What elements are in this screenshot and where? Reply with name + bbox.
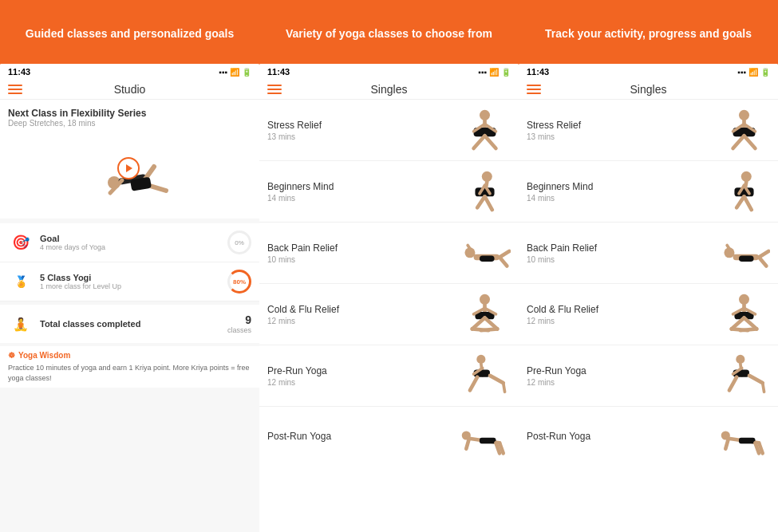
class-item[interactable]: Beginners Mind 14 mins: [259, 161, 519, 223]
class-item[interactable]: Pre-Run Yoga 12 mins: [259, 345, 519, 407]
column-1: Guided classes and personalized goals 11…: [0, 0, 259, 532]
class-duration: 14 mins: [527, 194, 718, 203]
class-item[interactable]: Back Pain Relief 10 mins: [519, 223, 778, 284]
pose-svg: [459, 169, 511, 214]
col2-header: Variety of yoga classes to choose from: [273, 0, 505, 64]
class-item[interactable]: Pre-Run Yoga 12 mins: [519, 345, 778, 407]
total-label: Total classes completed: [40, 319, 227, 329]
battery-icon-3: 🔋: [760, 68, 770, 77]
svg-line-80: [749, 376, 763, 383]
class-info: Cold & Flu Relief 12 mins: [267, 304, 459, 325]
studio-content: Next Class in Flexibility Series Deep St…: [0, 100, 259, 532]
goal-progress: 0%: [227, 231, 251, 254]
pose-svg: [459, 415, 511, 459]
pose-svg: [718, 415, 770, 459]
class-image: [459, 106, 511, 154]
class-name: Pre-Run Yoga: [527, 365, 718, 376]
phone-frame-3: 11:43 ▪▪▪ 📶 🔋 Singles Stress Relief 13 m…: [519, 64, 778, 532]
svg-line-9: [474, 136, 485, 148]
class-item[interactable]: Cold & Flu Relief 12 mins: [519, 284, 778, 345]
signal-icon: ▪▪▪: [219, 68, 227, 77]
class-name: Cold & Flu Relief: [267, 304, 459, 315]
svg-line-74: [740, 329, 756, 331]
class-name: Stress Relief: [527, 120, 718, 131]
nav-bar-1: Studio: [0, 80, 259, 100]
total-text: Total classes completed: [40, 319, 227, 329]
menu-icon-3[interactable]: [527, 85, 541, 94]
signal-icon-2: ▪▪▪: [478, 68, 487, 77]
yogi-label: 5 Class Yogi: [40, 273, 227, 282]
phone-frame-2: 11:43 ▪▪▪ 📶 🔋 Singles Stress Relief 13 m…: [259, 64, 519, 532]
class-name: Cold & Flu Relief: [527, 304, 718, 315]
pose-svg: [718, 292, 770, 337]
class-image: [718, 106, 770, 154]
wisdom-title: Yoga Wisdom: [18, 351, 70, 360]
class-info: Post-Run Yoga: [267, 431, 459, 443]
class-name: Pre-Run Yoga: [267, 365, 459, 376]
class-item[interactable]: Stress Relief 13 mins: [519, 100, 778, 161]
column-3: Track your activity, progress and goals …: [519, 0, 778, 532]
pose-svg: [459, 292, 511, 337]
status-icons-3: ▪▪▪ 📶 🔋: [737, 68, 770, 77]
pose-svg: [459, 108, 511, 152]
battery-icon-2: 🔋: [501, 68, 511, 77]
class-image: [459, 167, 511, 215]
menu-icon-2[interactable]: [267, 85, 282, 94]
svg-line-81: [729, 377, 737, 391]
class-info: Stress Relief 13 mins: [267, 120, 459, 141]
class-item[interactable]: Cold & Flu Relief 12 mins: [259, 284, 519, 345]
class-info: Stress Relief 13 mins: [527, 120, 718, 141]
status-icons-2: ▪▪▪ 📶 🔋: [478, 68, 511, 77]
class-item[interactable]: Stress Relief 13 mins: [259, 100, 519, 161]
pose-svg: [459, 353, 511, 398]
svg-line-82: [763, 383, 764, 392]
col3-header: Track your activity, progress and goals: [532, 0, 764, 64]
total-icon: 🧘: [8, 311, 34, 337]
stats-section: 🎯 Goal 4 more days of Yoga 0% 🏅 5 Class …: [0, 223, 259, 301]
svg-line-52: [744, 136, 756, 148]
wisdom-icon: ☸: [8, 351, 15, 360]
yogi-sub: 1 more class for Level Up: [40, 282, 227, 290]
class-name: Post-Run Yoga: [527, 431, 718, 442]
svg-rect-22: [480, 256, 495, 262]
classes-list-2: Stress Relief 13 mins: [259, 100, 519, 532]
svg-line-89: [725, 439, 729, 449]
class-info: Post-Run Yoga: [527, 431, 718, 443]
class-name: Stress Relief: [267, 120, 459, 131]
yoga-wisdom-section: ☸ Yoga Wisdom Practice 10 minutes of yog…: [0, 346, 259, 388]
svg-rect-44: [480, 438, 496, 443]
battery-icon: 🔋: [242, 68, 251, 77]
class-duration: 10 mins: [267, 255, 459, 264]
goal-sub: 4 more days of Yoga: [40, 243, 227, 251]
class-name: Beginners Mind: [527, 181, 718, 192]
next-class-title: Next Class in Flexibility Series: [8, 108, 251, 119]
wifi-icon-2: 📶: [489, 68, 499, 77]
nav-title-1: Studio: [22, 83, 237, 96]
class-duration: 14 mins: [267, 194, 459, 203]
class-duration: 12 mins: [267, 317, 459, 325]
class-info: Pre-Run Yoga 12 mins: [267, 365, 459, 387]
classes-list-3: Stress Relief 13 mins: [519, 100, 778, 532]
wisdom-header: ☸ Yoga Wisdom: [8, 351, 251, 360]
time-display-1: 11:43: [8, 67, 30, 77]
yoga-pose-area[interactable]: [8, 131, 251, 219]
svg-line-32: [481, 329, 497, 331]
class-duration: 12 mins: [527, 378, 718, 387]
wifi-icon: 📶: [230, 68, 239, 77]
class-item[interactable]: Beginners Mind 14 mins: [519, 161, 778, 223]
class-duration: 13 mins: [527, 132, 718, 141]
svg-line-17: [485, 196, 492, 210]
class-item[interactable]: Post-Run Yoga: [519, 407, 778, 467]
class-item[interactable]: Back Pain Relief 10 mins: [259, 223, 519, 284]
class-image: [718, 229, 770, 277]
pose-svg: [718, 169, 770, 214]
svg-rect-64: [739, 256, 754, 262]
menu-icon-1[interactable]: [8, 85, 22, 94]
svg-rect-86: [739, 438, 755, 443]
svg-line-47: [466, 439, 469, 449]
next-class-section: Next Class in Flexibility Series Deep St…: [0, 100, 259, 219]
class-info: Beginners Mind 14 mins: [267, 181, 459, 203]
nav-title-3: Singles: [541, 83, 756, 96]
time-display-3: 11:43: [527, 67, 549, 77]
class-item[interactable]: Post-Run Yoga: [259, 407, 519, 467]
